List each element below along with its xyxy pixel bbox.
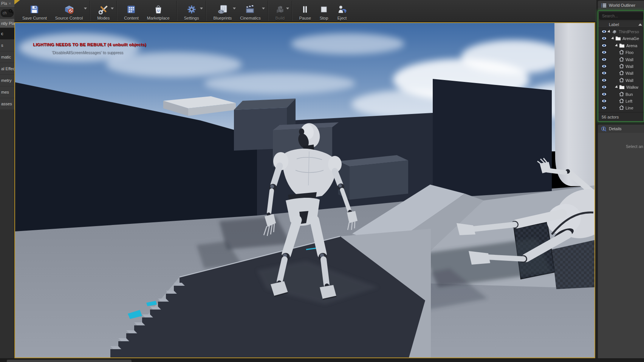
place-category-item[interactable]: ntly Pla bbox=[0, 19, 14, 28]
outliner-row-label: Arena bbox=[626, 43, 637, 48]
toolbar-button-label: Stop bbox=[320, 16, 328, 20]
toolbar-separator bbox=[116, 1, 117, 21]
world-icon bbox=[611, 28, 617, 35]
outliner-row-wall[interactable]: Wall bbox=[598, 63, 644, 70]
expand-arrow-icon[interactable] bbox=[611, 37, 615, 40]
visibility-eye-icon[interactable] bbox=[600, 105, 607, 111]
expand-arrow-icon[interactable] bbox=[607, 30, 611, 34]
toolbar-button-label: Modes bbox=[97, 16, 110, 20]
lighting-warning-text: LIGHTING NEEDS TO BE REBUILT (4 unbuilt … bbox=[33, 42, 146, 47]
outliner-row-wall[interactable]: Wall bbox=[598, 56, 644, 63]
outliner-row-floo[interactable]: Floo bbox=[598, 49, 644, 56]
expand-arrow-icon[interactable] bbox=[615, 44, 619, 48]
save-icon bbox=[29, 3, 39, 16]
visibility-eye-icon[interactable] bbox=[600, 63, 607, 70]
source-control-icon bbox=[64, 3, 74, 16]
visibility-eye-icon[interactable] bbox=[600, 42, 607, 49]
visibility-eye-icon[interactable] bbox=[600, 77, 607, 84]
place-category-item[interactable]: mes bbox=[0, 86, 14, 98]
visibility-eye-icon[interactable] bbox=[600, 35, 607, 42]
toolbar-button-label: Content bbox=[124, 16, 139, 20]
visibility-eye-icon[interactable] bbox=[600, 84, 607, 91]
bottom-panel-strip bbox=[0, 358, 644, 362]
outliner-row-label: Walkw bbox=[626, 85, 638, 89]
toolbar-button-save-current[interactable]: Save Current bbox=[18, 0, 51, 22]
toolbar-button-stop[interactable]: Stop bbox=[315, 0, 333, 22]
outliner-row-line[interactable]: Line bbox=[598, 105, 644, 111]
settings-icon bbox=[187, 3, 197, 16]
toolbar-button-marketplace[interactable]: UMarketplace bbox=[143, 0, 174, 22]
toolbar-button-modes[interactable]: Modes bbox=[93, 0, 114, 22]
toolbar-button-settings[interactable]: Settings bbox=[180, 0, 203, 22]
outliner-row-thirdperso[interactable]: ThirdPerso bbox=[598, 28, 644, 35]
outliner-row-arenage[interactable]: ArenaGe bbox=[598, 35, 644, 42]
place-category-item[interactable]: matic bbox=[0, 51, 14, 63]
outliner-row-arena[interactable]: Arena bbox=[598, 42, 644, 49]
outliner-row-walkw[interactable]: Walkw bbox=[598, 84, 644, 91]
place-category-item[interactable]: s bbox=[0, 40, 14, 51]
toolbar-button-label: Save Current bbox=[22, 16, 47, 20]
outliner-row-label: Wall bbox=[625, 71, 633, 75]
outliner-row-label: Wall bbox=[625, 78, 633, 83]
modes-icon bbox=[99, 3, 108, 16]
mid-cube bbox=[338, 155, 408, 200]
level-scene bbox=[15, 23, 594, 357]
expand-arrow-icon[interactable] bbox=[615, 85, 619, 89]
outliner-row-label: Bun bbox=[625, 92, 633, 97]
outliner-search-input[interactable]: Search... bbox=[599, 12, 643, 20]
visibility-eye-icon[interactable] bbox=[600, 98, 607, 105]
toolbar-button-pause[interactable]: Pause bbox=[295, 0, 315, 22]
content-browser-tab-edge[interactable] bbox=[7, 360, 132, 362]
folder-icon bbox=[619, 84, 625, 91]
visibility-eye-icon[interactable] bbox=[600, 70, 607, 77]
visibility-eye-icon[interactable] bbox=[600, 56, 607, 63]
place-category-item[interactable]: asses bbox=[0, 98, 14, 110]
chevron-down-icon[interactable] bbox=[84, 8, 87, 9]
toolbar-button-blueprints[interactable]: Blueprints bbox=[209, 0, 236, 22]
world-outliner-title: World Outliner bbox=[609, 3, 635, 8]
house-icon bbox=[619, 98, 624, 105]
suppress-hint-text: 'DisableAllScreenMessages' to suppress bbox=[52, 50, 123, 55]
toolbar-button-label: Settings bbox=[184, 16, 199, 20]
place-actors-tab[interactable]: Pla× bbox=[0, 0, 14, 7]
arena-wall-right bbox=[433, 79, 552, 199]
toolbar-button-source-control[interactable]: Source Control bbox=[51, 0, 87, 22]
visibility-eye-icon[interactable] bbox=[600, 28, 607, 35]
outliner-row-left[interactable]: Left bbox=[598, 98, 644, 105]
visibility-eye-icon[interactable] bbox=[600, 91, 607, 98]
outliner-row-wall[interactable]: Wall bbox=[598, 70, 644, 77]
cylinder-pillar bbox=[554, 23, 594, 186]
outliner-list-icon bbox=[601, 3, 607, 8]
chevron-down-icon[interactable] bbox=[233, 8, 236, 9]
place-actors-search[interactable]: ch bbox=[0, 8, 14, 19]
close-icon[interactable]: × bbox=[9, 2, 11, 6]
outliner-tree: ThirdPersoArenaGeArenaFlooWallWallWallWa… bbox=[598, 28, 644, 112]
toolbar-button-cinematics[interactable]: Cinematics bbox=[236, 0, 265, 22]
house-icon bbox=[619, 91, 624, 98]
toolbar-group: PauseStopEject bbox=[295, 0, 351, 22]
world-outliner-tab[interactable]: World Outliner bbox=[598, 1, 644, 10]
toolbar-button-eject[interactable]: Eject bbox=[333, 0, 351, 22]
toolbar-group: Build bbox=[271, 0, 289, 22]
outliner-row-bun[interactable]: Bun bbox=[598, 91, 644, 98]
toolbar-group: Save CurrentSource Control bbox=[18, 0, 87, 22]
chevron-down-icon[interactable] bbox=[262, 8, 265, 9]
sort-ascending-icon[interactable] bbox=[638, 23, 642, 26]
viewport-3d-scene[interactable]: LIGHTING NEEDS TO BE REBUILT (4 unbuilt … bbox=[14, 22, 595, 358]
place-category-item[interactable]: metry bbox=[0, 75, 14, 86]
place-category-item[interactable]: c bbox=[0, 28, 14, 40]
svg-text:U: U bbox=[157, 9, 159, 12]
toolbar-separator bbox=[90, 1, 90, 21]
chevron-down-icon[interactable] bbox=[200, 8, 203, 9]
chevron-down-icon[interactable] bbox=[111, 8, 114, 9]
toolbar-button-build: Build bbox=[271, 0, 289, 22]
visibility-eye-icon[interactable] bbox=[600, 49, 607, 56]
toolbar-button-content[interactable]: Content bbox=[120, 0, 143, 22]
outliner-row-wall[interactable]: Wall bbox=[598, 77, 644, 84]
label-column-header[interactable]: Label bbox=[598, 21, 644, 28]
details-title: Details bbox=[609, 126, 622, 131]
details-tab[interactable]: Details bbox=[598, 125, 644, 133]
house-icon bbox=[619, 56, 624, 63]
chevron-down-icon[interactable] bbox=[286, 8, 289, 9]
place-category-item[interactable]: al Effec bbox=[0, 63, 14, 75]
